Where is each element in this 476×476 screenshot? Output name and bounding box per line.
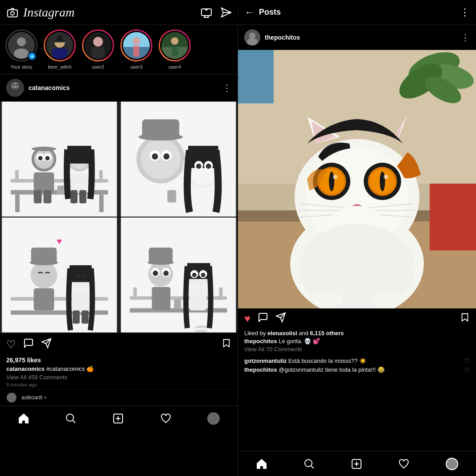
camera-icon[interactable] — [6, 6, 19, 19]
svg-rect-132 — [238, 50, 274, 103]
svg-line-116 — [73, 420, 75, 423]
svg-rect-21 — [133, 45, 139, 57]
svg-point-42 — [38, 156, 43, 160]
svg-rect-100 — [148, 247, 172, 264]
home-nav-left[interactable] — [18, 413, 29, 424]
back-button[interactable]: ← — [245, 7, 254, 18]
view-comments-left[interactable]: View All 459 Comments — [6, 374, 231, 381]
commenter-text-1: Está buscando la mosss?? ☀️ — [288, 357, 366, 364]
right-comments: gotzonmantuliz Está buscando la mosss?? … — [238, 356, 476, 377]
liked-by-user[interactable]: elenasolisl — [267, 330, 297, 336]
post-username-catana: catanacomics — [29, 84, 70, 91]
send-icon[interactable] — [220, 7, 232, 18]
liked-by-right: Liked by elenasolisl and 6,115 others — [244, 330, 470, 336]
svg-point-6 — [17, 37, 26, 46]
like-button-right[interactable]: ♥ — [244, 312, 250, 325]
svg-rect-88 — [82, 310, 89, 324]
svg-rect-16 — [91, 47, 105, 59]
svg-point-44 — [32, 147, 57, 151]
search-nav-left[interactable] — [65, 413, 77, 424]
svg-rect-87 — [73, 310, 80, 324]
bookmark-button-left[interactable] — [222, 338, 231, 351]
svg-point-61 — [140, 139, 180, 179]
top-bar-left: Instagram — [0, 5, 238, 20]
svg-point-145 — [333, 175, 337, 179]
profile-thumb-left — [207, 412, 220, 425]
svg-rect-34 — [99, 194, 104, 212]
svg-point-7 — [14, 49, 29, 59]
svg-point-163 — [305, 460, 312, 467]
story-inner-2 — [83, 31, 113, 60]
comic-cell-4: catana comics — [119, 217, 238, 333]
story-ring-1 — [44, 29, 76, 62]
story-item-1[interactable]: beer_witch — [44, 29, 76, 70]
svg-rect-57 — [79, 190, 86, 203]
share-button-left[interactable] — [41, 338, 52, 351]
liked-by-count: 6,115 others — [310, 330, 344, 336]
add-story-badge[interactable]: + — [28, 52, 37, 61]
tv-icon[interactable] — [201, 7, 212, 18]
svg-marker-114 — [224, 340, 230, 347]
right-view-comments[interactable]: View All 70 Comments — [244, 346, 470, 353]
add-nav-right[interactable] — [351, 458, 362, 470]
svg-point-107 — [201, 273, 205, 277]
svg-point-159 — [371, 291, 402, 308]
bookmark-button-right[interactable] — [460, 312, 470, 325]
top-bar-icons-left — [201, 7, 232, 18]
story-item-3[interactable]: user3 — [120, 29, 152, 70]
svg-rect-108 — [189, 288, 206, 311]
svg-rect-76 — [2, 217, 117, 332]
instagram-logo: Instagram — [23, 5, 74, 20]
right-panel: thepochitos ⋮ — [238, 25, 476, 476]
share-button-right[interactable] — [275, 312, 286, 325]
cat-image — [238, 50, 476, 308]
svg-point-43 — [45, 156, 49, 160]
commenter-1[interactable]: gotzonmantuliz — [244, 357, 287, 364]
top-bar: Instagram ← Posts ⋮ — [0, 0, 476, 25]
profile-nav-left[interactable] — [207, 412, 220, 425]
left-panel: + Your story — [0, 25, 238, 476]
commenter-text-2: @gotzonmantuliz tiene toda la pinta!!! 😂 — [279, 366, 384, 373]
svg-point-121 — [249, 33, 255, 39]
svg-rect-36 — [15, 170, 19, 183]
svg-point-146 — [384, 175, 388, 179]
story-item-4[interactable]: user4 — [159, 29, 191, 70]
commenter-avatars-left — [6, 392, 17, 403]
timestamp-left: 9 minutes ago — [6, 382, 231, 387]
story-ring-2 — [82, 29, 114, 62]
search-nav-right[interactable] — [304, 458, 315, 470]
home-nav-right[interactable] — [256, 458, 267, 470]
svg-point-73 — [196, 164, 201, 169]
svg-rect-82 — [31, 247, 57, 264]
add-nav-left[interactable] — [112, 413, 124, 424]
post-more-button[interactable]: ⋮ — [222, 82, 231, 93]
likes-count-left: 26,975 likes — [6, 357, 231, 364]
stories-row: + Your story — [0, 25, 238, 74]
comment-button-left[interactable] — [23, 338, 34, 351]
right-caption-username: thepochitos — [244, 338, 277, 345]
commenter-dot: • — [44, 394, 46, 401]
bottom-nav-right — [238, 451, 476, 476]
svg-line-164 — [311, 466, 314, 468]
comment-heart-1[interactable]: ♡ — [464, 357, 470, 365]
post-header-left: catanacomics ⋮ — [0, 74, 238, 101]
comment-button-right[interactable] — [258, 312, 268, 325]
story-ring-3 — [120, 29, 152, 62]
story-inner-1 — [45, 31, 74, 60]
story-your-story[interactable]: + Your story — [5, 29, 37, 70]
right-more-button[interactable]: ⋮ — [461, 32, 470, 43]
your-story-avatar-wrapper: + — [5, 29, 37, 62]
heart-nav-left[interactable] — [160, 413, 172, 424]
more-button-right[interactable]: ⋮ — [460, 7, 470, 18]
like-button-left[interactable]: ♡ — [6, 338, 16, 351]
story-item-2[interactable]: user2 — [82, 29, 114, 70]
commenter-2[interactable]: thepochitos — [244, 366, 277, 373]
profile-nav-right[interactable] — [446, 458, 458, 470]
comment-heart-2[interactable]: ♡ — [464, 366, 470, 373]
story-ring-4 — [159, 29, 191, 62]
heart-nav-right[interactable] — [398, 458, 410, 470]
svg-rect-12 — [52, 41, 68, 42]
comment-line-1: gotzonmantuliz Está buscando la mosss?? … — [244, 357, 470, 365]
right-caption: thepochitos Le gorila. 💀 💕 — [244, 338, 470, 345]
story-label-1: beer_witch — [48, 64, 71, 70]
